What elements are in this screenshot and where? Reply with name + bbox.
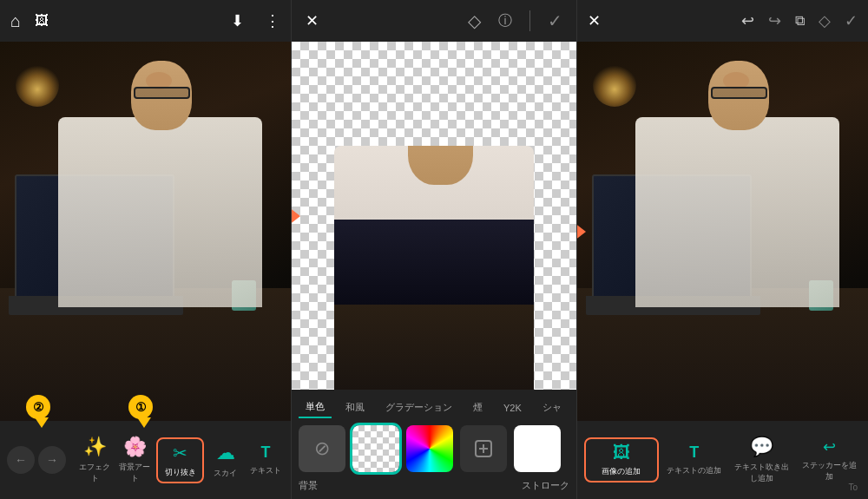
right-nav: 🖼 画像の追加 T テキストの追加 💬 テキスト吹き出し追加 ↩ ステッカーを追… [577, 421, 868, 499]
middle-right-icons: ◇ ⓘ ✓ [468, 10, 562, 31]
orange-arrow-middle [292, 197, 300, 235]
info-icon[interactable]: ⓘ [498, 12, 512, 30]
canvas-content [292, 42, 576, 390]
nav-arrows: ← → [7, 446, 66, 474]
bg-tab-bar: 単色 和風 グラデーション 煙 Y2K シャ [292, 397, 576, 418]
redo-icon[interactable]: ↪ [768, 11, 781, 30]
close-icon[interactable]: ✕ [306, 11, 319, 30]
middle-panel: ✕ ◇ ⓘ ✓ [291, 0, 577, 499]
right-bucket-icon[interactable]: ◇ [819, 11, 831, 30]
download-icon[interactable]: ⬇ [231, 11, 244, 30]
add-sticker-label: ステッカーを追加 [799, 460, 859, 483]
add-text-label: テキストの追加 [667, 465, 721, 476]
nav-item-cutout[interactable]: ✂ 切り抜き [156, 437, 203, 483]
layers-icon[interactable]: ⧉ [795, 13, 805, 29]
step1-arrow [137, 417, 151, 428]
add-image-icon: 🖼 [613, 443, 630, 463]
stroke-label: ストローク [522, 479, 569, 492]
right-check-icon[interactable]: ✓ [845, 11, 858, 30]
bg-options-row: ⊘ [292, 418, 576, 479]
cutout-icon: ✂ [173, 443, 187, 463]
bg-tab-gradation[interactable]: グラデーション [378, 397, 459, 417]
right-left-icons: ✕ [588, 11, 601, 30]
middle-left-icons: ✕ [306, 11, 319, 30]
back-button[interactable]: ← [7, 446, 35, 474]
gallery-icon[interactable]: 🖼 [35, 13, 49, 29]
confirm-check-icon[interactable]: ✓ [548, 10, 562, 31]
middle-bottom: 単色 和風 グラデーション 煙 Y2K シャ ⊘ 背景 ストローク [292, 390, 576, 499]
bg-tab-sha[interactable]: シャ [536, 397, 569, 417]
to-label: To [848, 483, 858, 492]
forward-button[interactable]: → [38, 446, 66, 474]
right-image-area [577, 42, 868, 421]
add-text-icon: T [689, 443, 699, 462]
more-icon[interactable]: ⋮ [265, 11, 280, 30]
right-right-icons: ↩ ↪ ⧉ ◇ ✓ [741, 11, 858, 30]
bg-option-none[interactable]: ⊘ [299, 425, 345, 472]
orange-arrow-right [577, 213, 586, 251]
effect-label: エフェクト [78, 462, 111, 484]
divider [529, 10, 530, 31]
step2-badge: ② [26, 395, 50, 419]
bg-tab-wafuu[interactable]: 和風 [339, 397, 372, 417]
right-photo [577, 42, 868, 421]
speech-bubble-icon: 💬 [750, 436, 773, 458]
nav-item-text[interactable]: T テキスト [247, 438, 284, 482]
effect-icon: ✨ [83, 436, 107, 458]
bg-option-white[interactable] [514, 425, 561, 472]
sky-label: スカイ [214, 468, 237, 479]
nav-item-sky[interactable]: ☁ スカイ [207, 437, 244, 484]
nav-item-speech-bubble[interactable]: 💬 テキスト吹き出し追加 [730, 430, 794, 489]
sky-icon: ☁ [216, 442, 235, 464]
bg-art-label: 背景アート [118, 462, 151, 484]
bg-option-color[interactable] [406, 425, 453, 472]
right-panel: ✕ ↩ ↪ ⧉ ◇ ✓ ② 🖼 画像 [577, 0, 868, 499]
undo-icon[interactable]: ↩ [741, 11, 754, 30]
bg-option-checker[interactable] [352, 425, 399, 472]
cutout-label: 切り抜き [165, 467, 196, 478]
bg-label: 背景 [299, 479, 318, 492]
left-image-area [0, 42, 291, 421]
bucket-icon[interactable]: ◇ [468, 10, 481, 31]
add-sticker-icon: ↩ [823, 437, 836, 456]
nav-item-add-sticker[interactable]: ↩ ステッカーを追加 [797, 432, 861, 488]
nav-item-bg-art[interactable]: 🌸 背景アート [116, 430, 153, 489]
nav-item-add-image[interactable]: 🖼 画像の追加 [584, 437, 659, 483]
add-image-label: 画像の追加 [602, 466, 641, 477]
text-icon: T [260, 443, 270, 462]
step1-badge: ① [128, 395, 153, 419]
bg-art-icon: 🌸 [123, 436, 147, 458]
bg-option-add[interactable] [460, 425, 507, 472]
bg-labels: 背景 ストローク [292, 479, 576, 499]
bg-tab-y2k[interactable]: Y2K [496, 399, 529, 417]
step2-arrow [35, 417, 49, 428]
right-topbar: ✕ ↩ ↪ ⧉ ◇ ✓ [577, 0, 868, 42]
bg-tab-smoke[interactable]: 煙 [466, 397, 490, 417]
middle-canvas [292, 42, 576, 390]
left-photo [0, 42, 291, 421]
person-cutout-area [334, 146, 534, 390]
bg-tab-solid[interactable]: 単色 [299, 397, 332, 418]
home-icon[interactable]: ⌂ [10, 11, 21, 31]
middle-topbar: ✕ ◇ ⓘ ✓ [292, 0, 576, 42]
speech-bubble-label: テキスト吹き出し追加 [732, 462, 792, 484]
left-nav: ← → ✨ エフェクト 🌸 背景アート ✂ 切り抜き ☁ スカイ T テキスト [0, 421, 291, 499]
text-nav-label: テキスト [250, 465, 281, 476]
nav-item-effect[interactable]: ✨ エフェクト [76, 430, 113, 489]
nav-item-add-text[interactable]: T テキストの追加 [662, 438, 727, 482]
left-topbar: ⌂ 🖼 ⬇ ⋮ [0, 0, 291, 42]
right-close-icon[interactable]: ✕ [588, 11, 601, 30]
